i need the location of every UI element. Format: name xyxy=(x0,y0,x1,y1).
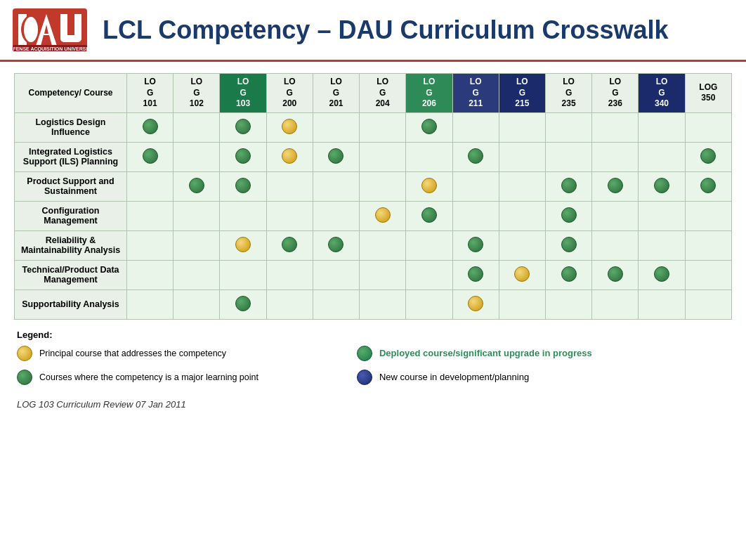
dot-green xyxy=(421,207,437,223)
cell-6-1 xyxy=(174,289,220,319)
cell-4-10 xyxy=(592,230,639,260)
cell-0-4 xyxy=(313,112,359,142)
cell-1-2 xyxy=(220,142,266,171)
cell-4-4 xyxy=(313,230,359,260)
cell-1-10 xyxy=(592,142,639,171)
row-label-4: Reliability & Maintainability Analysis xyxy=(15,230,127,260)
cell-3-7 xyxy=(452,201,499,230)
row-label-0: Logistics Design Influence xyxy=(15,112,127,142)
cell-4-3 xyxy=(266,230,313,260)
cell-2-7 xyxy=(452,171,499,201)
col-header-log206: LOG206 xyxy=(406,74,452,113)
col-header-log235: LOG235 xyxy=(545,74,591,113)
row-label-1: Integrated Logistics Support (ILS) Plann… xyxy=(15,142,127,171)
cell-5-12 xyxy=(685,260,731,289)
cell-6-10 xyxy=(592,289,639,319)
cell-1-4 xyxy=(313,142,359,171)
cell-0-1 xyxy=(174,112,220,142)
cell-0-10 xyxy=(592,112,639,142)
dot-green xyxy=(143,119,158,134)
cell-5-3 xyxy=(266,260,313,289)
cell-6-12 xyxy=(685,289,731,319)
cell-3-11 xyxy=(639,201,685,230)
dot-green xyxy=(468,237,483,252)
dot-green xyxy=(328,148,343,164)
page-header: DEFENSE ACQUISITION UNIVERSITY LCL Compe… xyxy=(0,0,746,62)
cell-6-2 xyxy=(220,289,266,319)
cell-5-10 xyxy=(592,260,639,289)
col-header-log201: LOG201 xyxy=(313,74,359,113)
cell-6-11 xyxy=(639,289,685,319)
cell-1-12 xyxy=(685,142,731,171)
dot-green xyxy=(654,178,669,193)
cell-4-6 xyxy=(406,230,452,260)
cell-6-3 xyxy=(266,289,313,319)
cell-2-5 xyxy=(360,171,406,201)
dot-green xyxy=(189,178,204,193)
dot-green xyxy=(235,178,251,193)
dot-green xyxy=(561,207,577,223)
legend-gold-dot xyxy=(17,346,32,361)
legend-green-text: Courses where the competency is a major … xyxy=(39,372,259,382)
col-header-log204: LOG204 xyxy=(360,74,406,113)
page-title: LCL Competency – DAU Curriculum Crosswal… xyxy=(103,15,669,45)
cell-2-8 xyxy=(499,171,545,201)
cell-6-5 xyxy=(360,289,406,319)
col-header-log102: LOG102 xyxy=(174,74,220,113)
cell-5-0 xyxy=(127,260,174,289)
cell-2-2 xyxy=(220,171,266,201)
cell-1-8 xyxy=(499,142,545,171)
page-footer: LOG 103 Curriculum Review 07 Jan 2011 xyxy=(14,398,732,410)
table-row: Reliability & Maintainability Analysis xyxy=(15,230,732,260)
table-row: Supportability Analysis xyxy=(15,289,732,319)
cell-3-6 xyxy=(406,201,452,230)
row-label-6: Supportability Analysis xyxy=(15,289,127,319)
cell-2-3 xyxy=(266,171,313,201)
cell-0-3 xyxy=(266,112,313,142)
cell-1-3 xyxy=(266,142,313,171)
col-header-log215: LOG215 xyxy=(499,74,545,113)
col-header-log340: LOG340 xyxy=(639,74,685,113)
cell-5-2 xyxy=(220,260,266,289)
col-header-log103: LOG103 xyxy=(220,74,266,113)
dot-green xyxy=(282,237,297,252)
cell-5-1 xyxy=(174,260,220,289)
dot-green xyxy=(700,178,716,193)
cell-2-9 xyxy=(545,171,591,201)
legend-new-text: New course in development/planning xyxy=(379,372,529,382)
row-label-2: Product Support and Sustainment xyxy=(15,171,127,201)
cell-5-4 xyxy=(313,260,359,289)
dot-green xyxy=(235,148,251,164)
legend-gold-text: Principal course that addresses the comp… xyxy=(39,349,226,358)
cell-6-6 xyxy=(406,289,452,319)
cell-5-6 xyxy=(406,260,452,289)
legend-item-new: New course in development/planning xyxy=(357,370,592,385)
row-label-3: Configuration Management xyxy=(15,201,127,230)
dot-green xyxy=(421,119,437,134)
dot-green xyxy=(328,237,343,252)
cell-2-12 xyxy=(685,171,731,201)
dot-gold xyxy=(282,119,297,134)
svg-rect-9 xyxy=(60,35,81,42)
cell-1-1 xyxy=(174,142,220,171)
cell-2-4 xyxy=(313,171,359,201)
cell-5-9 xyxy=(545,260,591,289)
table-row: Logistics Design Influence xyxy=(15,112,732,142)
cell-6-8 xyxy=(499,289,545,319)
cell-1-5 xyxy=(360,142,406,171)
dot-green xyxy=(608,266,623,282)
cell-2-1 xyxy=(174,171,220,201)
dot-gold xyxy=(421,178,437,193)
cell-1-7 xyxy=(452,142,499,171)
dot-green xyxy=(608,178,623,193)
col-header-log211: LOG211 xyxy=(452,74,499,113)
dot-green xyxy=(235,296,251,311)
cell-4-7 xyxy=(452,230,499,260)
legend-left-col: Principal course that addresses the comp… xyxy=(17,346,259,389)
cell-0-11 xyxy=(639,112,685,142)
cell-4-1 xyxy=(174,230,220,260)
legend-item-deployed: Deployed course/significant upgrade in p… xyxy=(357,346,592,361)
table-row: Technical/Product Data Management xyxy=(15,260,732,289)
cell-0-12 xyxy=(685,112,731,142)
legend-green-dot xyxy=(17,370,32,385)
